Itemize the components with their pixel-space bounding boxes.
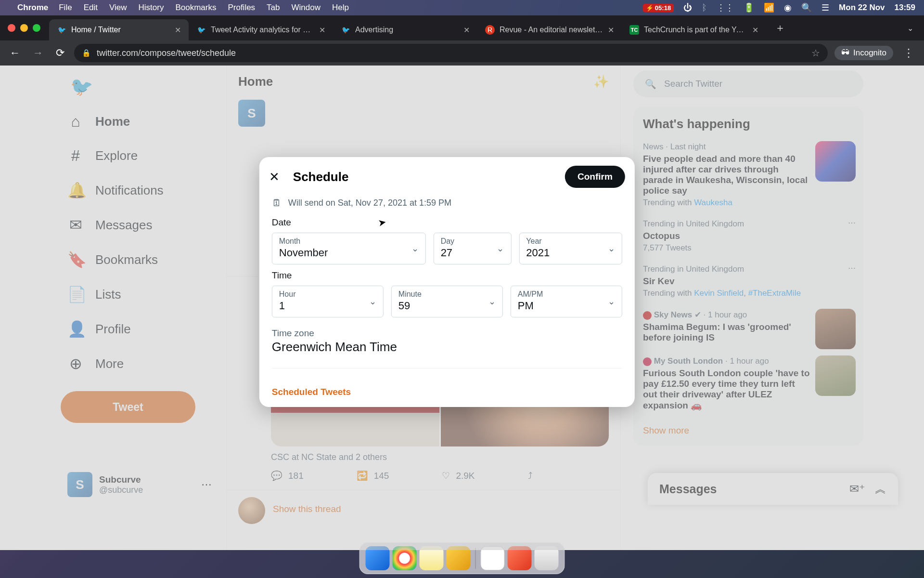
toggl-icon[interactable]: ⏻ [683, 3, 692, 13]
tab-title: Home / Twitter [71, 26, 170, 34]
control-center-icon[interactable]: ◉ [784, 2, 792, 13]
tab-close-icon[interactable]: ✕ [319, 26, 325, 35]
menubar-time[interactable]: 13:59 [895, 3, 915, 13]
incognito-badge[interactable]: 🕶 Incognito [834, 46, 893, 60]
bookmark-star-icon[interactable]: ☆ [811, 47, 820, 59]
field-value: November [279, 247, 419, 259]
calendar-icon: 🗓 [272, 197, 282, 209]
menubar-date[interactable]: Mon 22 Nov [839, 3, 885, 13]
chevron-down-icon: ⌄ [608, 243, 615, 254]
field-value: 27 [441, 247, 504, 259]
time-section-label: Time [272, 270, 622, 281]
bluetooth-icon[interactable]: ᛒ [702, 3, 707, 13]
menu-bookmarks[interactable]: Bookmarks [175, 3, 216, 13]
chevron-down-icon: ⌄ [497, 243, 504, 254]
month-select[interactable]: Month November ⌄ [272, 233, 426, 264]
field-label: AM/PM [518, 290, 615, 299]
chrome-tabstrip: 🐦 Home / Twitter ✕ 🐦 Tweet Activity anal… [0, 15, 924, 40]
hour-select[interactable]: Hour 1 ⌄ [272, 286, 384, 317]
page-content: 🐦 ⌂Home #Explore 🔔Notifications ✉Message… [0, 66, 924, 550]
twitter-favicon-icon: 🐦 [196, 25, 206, 35]
tab-title: TechCrunch is part of the Yaho [644, 26, 747, 34]
forward-button[interactable]: → [30, 45, 46, 61]
wifi-icon[interactable]: 📶 [764, 2, 774, 13]
new-tab-button[interactable]: ＋ [770, 19, 790, 37]
window-minimize-button[interactable] [20, 24, 28, 32]
url-text: twitter.com/compose/tweet/schedule [97, 48, 236, 58]
field-value: 2021 [526, 247, 615, 259]
incognito-icon: 🕶 [841, 48, 849, 58]
menu-window[interactable]: Window [292, 3, 321, 13]
timezone-value: Greenwich Mean Time [272, 340, 622, 355]
schedule-summary-text: Will send on Sat, Nov 27, 2021 at 1:59 P… [288, 198, 451, 208]
siri-icon[interactable]: ☰ [821, 2, 829, 13]
field-value: 59 [398, 300, 496, 312]
menu-view[interactable]: View [109, 3, 127, 13]
twitter-favicon-icon: 🐦 [341, 25, 350, 35]
spotlight-icon[interactable]: 🔍 [801, 2, 812, 13]
chevron-down-icon: ⌄ [411, 243, 419, 254]
menu-history[interactable]: History [138, 3, 164, 13]
reload-button[interactable]: ⟳ [53, 45, 67, 61]
minute-select[interactable]: Minute 59 ⌄ [391, 286, 503, 317]
tab-close-icon[interactable]: ✕ [463, 26, 470, 35]
tab-advertising[interactable]: 🐦 Advertising ✕ [333, 19, 477, 40]
back-button[interactable]: ← [7, 45, 23, 61]
menu-file[interactable]: File [59, 3, 72, 13]
field-label: Hour [279, 290, 376, 299]
battery-icon[interactable]: 🔋 [744, 2, 754, 13]
tab-revue[interactable]: R Revue - An editorial newsletter ✕ [477, 19, 622, 40]
revue-favicon-icon: R [485, 25, 495, 35]
tab-title: Tweet Activity analytics for sub [211, 26, 314, 34]
twitter-favicon-icon: 🐦 [57, 25, 66, 35]
incognito-label: Incognito [853, 48, 886, 58]
timezone-label: Time zone [272, 328, 622, 339]
window-controls [8, 24, 40, 32]
tab-close-icon[interactable]: ✕ [608, 26, 614, 35]
modal-title: Schedule [293, 170, 552, 184]
tab-title: Revue - An editorial newsletter [500, 26, 603, 34]
tab-home-twitter[interactable]: 🐦 Home / Twitter ✕ [49, 19, 189, 40]
scheduled-tweets-link[interactable]: Scheduled Tweets [259, 377, 635, 407]
field-label: Year [526, 237, 615, 246]
day-select[interactable]: Day 27 ⌄ [434, 233, 512, 264]
window-close-button[interactable] [8, 24, 15, 32]
window-zoom-button[interactable] [33, 24, 40, 32]
chevron-down-icon: ⌄ [488, 296, 496, 307]
ampm-select[interactable]: AM/PM PM ⌄ [511, 286, 622, 317]
macos-menubar: Chrome File Edit View History Bookmarks … [0, 0, 924, 15]
schedule-summary: 🗓 Will send on Sat, Nov 27, 2021 at 1:59… [272, 197, 622, 209]
year-select[interactable]: Year 2021 ⌄ [519, 233, 622, 264]
schedule-modal: ✕ Schedule Confirm 🗓 Will send on Sat, N… [259, 157, 635, 407]
field-label: Day [441, 237, 504, 246]
menu-extra-icon[interactable]: ⋮⋮ [717, 2, 734, 13]
close-modal-button[interactable]: ✕ [269, 170, 280, 184]
menubar-app-name[interactable]: Chrome [17, 3, 48, 13]
tabs-menu-button[interactable]: ⌄ [901, 21, 919, 36]
field-label: Month [279, 237, 419, 246]
confirm-button[interactable]: Confirm [565, 166, 625, 188]
menu-profiles[interactable]: Profiles [228, 3, 255, 13]
chevron-down-icon: ⌄ [608, 296, 615, 307]
menu-edit[interactable]: Edit [84, 3, 98, 13]
tab-close-icon[interactable]: ✕ [752, 26, 758, 35]
menu-tab[interactable]: Tab [267, 3, 280, 13]
address-bar[interactable]: 🔒 twitter.com/compose/tweet/schedule ☆ [74, 44, 828, 62]
chrome-menu-button[interactable]: ⋮ [900, 46, 917, 60]
chrome-window: 🐦 Home / Twitter ✕ 🐦 Tweet Activity anal… [0, 15, 924, 550]
field-value: 1 [279, 300, 376, 312]
tab-techcrunch[interactable]: TC TechCrunch is part of the Yaho ✕ [622, 19, 766, 40]
techcrunch-favicon-icon: TC [629, 25, 639, 35]
menu-help[interactable]: Help [332, 3, 349, 13]
tab-title: Advertising [355, 26, 459, 34]
field-value: PM [518, 300, 615, 312]
date-section-label: Date [272, 217, 622, 228]
field-label: Minute [398, 290, 496, 299]
lock-icon[interactable]: 🔒 [82, 49, 91, 57]
chevron-down-icon: ⌄ [369, 296, 376, 307]
battery-status[interactable]: ⚡05:18 [643, 4, 674, 12]
tab-tweet-activity[interactable]: 🐦 Tweet Activity analytics for sub ✕ [189, 19, 333, 40]
chrome-toolbar: ← → ⟳ 🔒 twitter.com/compose/tweet/schedu… [0, 40, 924, 66]
tab-close-icon[interactable]: ✕ [175, 26, 181, 35]
